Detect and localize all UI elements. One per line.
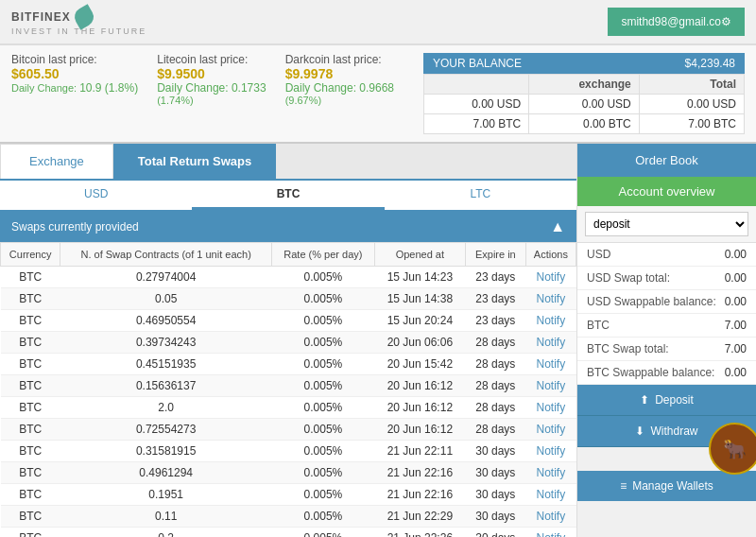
opened-cell: 20 Jun 16:12 [374,397,465,419]
account-overview-button[interactable]: Account overview [577,177,756,206]
account-item-label: BTC Swappable balance: [587,366,714,379]
tab-total-return-swaps[interactable]: Total Return Swaps [113,144,276,179]
deposit-button[interactable]: ⬆ Deposit [577,385,756,416]
col-header: Expire in [465,243,525,267]
notify-link[interactable]: Notify [537,488,566,501]
account-row: USD 0.00 [577,243,756,267]
notify-link[interactable]: Notify [537,357,566,371]
table-row: BTC 0.05 0.005% 15 Jun 14:38 23 days Not… [1,288,576,310]
account-item-value: 0.00 [725,248,747,261]
notify-link[interactable]: Notify [537,510,566,523]
account-type-select[interactable]: deposit exchange [585,212,748,236]
table-row: BTC 0.31581915 0.005% 21 Jun 22:11 30 da… [1,441,576,462]
bitcoin-change: Daily Change: 10.9 (1.8%) [11,81,138,95]
contracts-cell: 0.27974004 [60,267,272,288]
tab-exchange[interactable]: Exchange [0,144,113,179]
balance-area: YOUR BALANCE $4,239.48 exchange Total 0.… [423,53,745,134]
action-cell[interactable]: Notify [525,462,576,484]
currency-cell: BTC [1,528,60,538]
col-header: Currency [1,243,60,267]
sub-tab-btc[interactable]: BTC [192,181,384,210]
balance-deposit: 0.00 USD [424,95,529,114]
litecoin-value: $9.9500 [157,66,266,81]
darkcoin-value: $9.9978 [285,66,394,81]
sub-tab-ltc[interactable]: LTC [385,181,576,210]
opened-cell: 20 Jun 16:12 [374,375,465,397]
contracts-cell: 0.1951 [60,484,272,506]
notify-link[interactable]: Notify [537,379,566,392]
currency-cell: BTC [1,354,60,375]
action-cell[interactable]: Notify [525,397,576,419]
sub-tab-usd[interactable]: USD [0,181,192,210]
balance-exchange: 0.00 USD [529,95,640,114]
manage-wallets-label: Manage Wallets [632,479,713,493]
action-cell[interactable]: Notify [525,310,576,332]
currency-cell: BTC [1,484,60,506]
section-header: Swaps currently provided ▲ [0,212,576,242]
table-row: BTC 0.39734243 0.005% 20 Jun 06:06 28 da… [1,332,576,354]
withdraw-icon: ⬇ [635,424,644,438]
expire-cell: 23 days [465,267,525,288]
notify-link[interactable]: Notify [537,336,566,349]
logo-area: BITFINEX INVEST IN THE FUTURE [11,8,146,36]
balance-col-total: Total [639,75,744,95]
table-row: BTC 0.2 0.005% 21 Jun 22:26 30 days Noti… [1,528,576,538]
action-cell[interactable]: Notify [525,506,576,528]
action-buttons: ⬆ Deposit ⬇ Withdraw 🐂 ≡ Manage Wallets [577,385,756,501]
expire-cell: 30 days [465,484,525,506]
prices-area: Bitcoin last price: $605.50 Daily Change… [11,53,409,106]
contracts-cell: 0.15636137 [60,375,272,397]
notify-link[interactable]: Notify [537,444,566,458]
opened-cell: 21 Jun 22:16 [374,484,465,506]
action-cell[interactable]: Notify [525,288,576,310]
action-cell[interactable]: Notify [525,267,576,288]
rate-cell: 0.005% [271,288,374,310]
table-row: BTC 2.0 0.005% 20 Jun 16:12 28 days Noti… [1,397,576,419]
notify-link[interactable]: Notify [537,401,566,414]
table-row: BTC 0.11 0.005% 21 Jun 22:29 30 days Not… [1,506,576,528]
notify-link[interactable]: Notify [537,270,566,284]
swaps-table: CurrencyN. of Swap Contracts (of 1 unit … [0,242,576,537]
action-cell[interactable]: Notify [525,441,576,462]
left-panel: Exchange Total Return Swaps USD BTC LTC … [0,144,576,537]
balance-total: $4,239.48 [685,57,735,70]
section-title: Swaps currently provided [11,220,139,234]
user-button[interactable]: smithd98@gmail.co⚙ [608,8,745,36]
notify-link[interactable]: Notify [537,423,566,436]
action-cell[interactable]: Notify [525,354,576,375]
collapse-icon[interactable]: ▲ [550,218,565,235]
notify-link[interactable]: Notify [537,292,566,305]
right-panel: Order Book Account overview deposit exch… [576,144,756,537]
expire-cell: 28 days [465,419,525,441]
balance-header: YOUR BALANCE $4,239.48 [423,53,745,74]
rate-cell: 0.005% [271,375,374,397]
rate-cell: 0.005% [271,397,374,419]
expire-cell: 23 days [465,288,525,310]
action-cell[interactable]: Notify [525,484,576,506]
order-book-button[interactable]: Order Book [577,144,756,177]
opened-cell: 15 Jun 14:38 [374,288,465,310]
table-wrapper: CurrencyN. of Swap Contracts (of 1 unit … [0,242,576,537]
action-cell[interactable]: Notify [525,332,576,354]
action-cell[interactable]: Notify [525,528,576,538]
rate-cell: 0.005% [271,310,374,332]
expire-cell: 28 days [465,354,525,375]
contracts-cell: 0.46950554 [60,310,272,332]
notify-link[interactable]: Notify [537,314,566,327]
col-header: Actions [525,243,576,267]
action-cell[interactable]: Notify [525,419,576,441]
manage-wallets-button[interactable]: ≡ Manage Wallets [577,471,756,501]
bitcoin-bulls-badge: 🐂 [709,423,756,475]
account-item-label: BTC [587,319,610,332]
litecoin-label: Litecoin last price: [157,53,266,66]
notify-link[interactable]: Notify [537,531,566,537]
expire-cell: 28 days [465,375,525,397]
expire-cell: 30 days [465,462,525,484]
opened-cell: 20 Jun 06:06 [374,332,465,354]
withdraw-button[interactable]: ⬇ Withdraw 🐂 [577,416,756,447]
notify-link[interactable]: Notify [537,466,566,479]
sub-tabs: USD BTC LTC [0,181,576,212]
action-cell[interactable]: Notify [525,375,576,397]
account-item-value: 0.00 [725,295,747,308]
currency-cell: BTC [1,506,60,528]
